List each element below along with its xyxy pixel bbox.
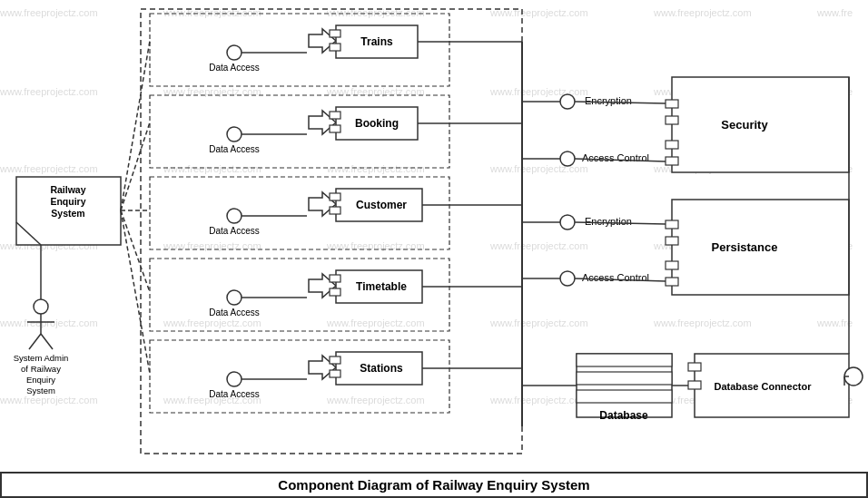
svg-point-67 <box>560 215 575 229</box>
encryption-1-label: Encryption <box>585 95 632 106</box>
trains-label: Trains <box>360 35 393 48</box>
diagram-title: Component Diagram of Railway Enquiry Sys… <box>278 477 589 493</box>
svg-rect-72 <box>666 278 678 286</box>
encryption-2-label: Encryption <box>585 216 632 227</box>
svg-rect-59 <box>666 116 678 124</box>
svg-point-14 <box>227 45 242 60</box>
svg-point-21 <box>227 127 242 142</box>
data-access-3-label: Data Access <box>209 226 260 236</box>
svg-rect-60 <box>666 141 678 149</box>
customer-label: Customer <box>356 199 407 211</box>
svg-line-5 <box>41 334 53 349</box>
data-access-2-label: Data Access <box>209 144 260 154</box>
data-access-5-label: Data Access <box>209 389 260 399</box>
svg-rect-78 <box>577 354 672 366</box>
svg-rect-19 <box>330 112 340 119</box>
svg-point-68 <box>560 271 575 286</box>
svg-point-28 <box>227 209 242 223</box>
svg-rect-83 <box>688 381 701 389</box>
booking-label: Booking <box>355 117 399 130</box>
svg-rect-34 <box>330 288 340 296</box>
svg-rect-79 <box>577 372 672 385</box>
svg-rect-40 <box>330 356 340 364</box>
system-admin-label3: Enquiry <box>26 375 55 385</box>
system-admin-label4: System <box>26 386 55 395</box>
svg-point-35 <box>227 290 242 305</box>
svg-rect-12 <box>330 30 340 37</box>
svg-point-57 <box>560 151 575 166</box>
svg-rect-41 <box>330 370 340 377</box>
svg-rect-69 <box>666 220 678 229</box>
stations-label: Stations <box>360 362 403 375</box>
svg-point-42 <box>227 372 242 386</box>
diagram-area: www.freeprojectz.com www.freeprojectz.co… <box>0 0 868 472</box>
svg-point-56 <box>560 94 575 109</box>
svg-line-4 <box>29 334 41 349</box>
svg-rect-58 <box>666 100 678 108</box>
railway-enquiry-system-label3: System <box>51 208 84 219</box>
data-access-4-label: Data Access <box>209 308 260 317</box>
access-control-1-label: Access Control <box>582 152 649 163</box>
svg-rect-27 <box>330 207 340 214</box>
database-connector-label: Database Connector <box>715 381 813 392</box>
system-admin-label: System Admin <box>14 353 69 363</box>
railway-enquiry-system-label2: Enquiry <box>50 196 85 207</box>
access-control-2-label: Access Control <box>582 272 649 283</box>
svg-line-48 <box>121 210 150 374</box>
component-diagram: Railway Enquiry System System Admin of R… <box>0 0 868 472</box>
caption-bar: Component Diagram of Railway Enquiry Sys… <box>0 472 868 498</box>
persistance-label: Persistance <box>712 240 778 254</box>
svg-rect-71 <box>666 261 678 269</box>
timetable-label: Timetable <box>356 280 407 293</box>
data-access-1-label: Data Access <box>209 63 260 73</box>
svg-line-45 <box>121 122 150 210</box>
svg-rect-33 <box>330 275 340 282</box>
svg-rect-80 <box>577 390 672 403</box>
system-admin-label2: of Railway <box>21 364 61 374</box>
svg-rect-61 <box>666 157 678 165</box>
svg-rect-82 <box>688 363 701 371</box>
railway-enquiry-system-label: Railway <box>50 184 85 195</box>
svg-point-1 <box>34 299 48 314</box>
security-label: Security <box>721 118 768 132</box>
svg-line-47 <box>121 210 150 292</box>
svg-rect-13 <box>330 44 340 51</box>
svg-line-44 <box>121 41 150 210</box>
svg-rect-70 <box>666 237 678 245</box>
database-label: Database <box>599 409 648 422</box>
svg-rect-8 <box>141 9 522 454</box>
svg-rect-20 <box>330 125 340 132</box>
svg-rect-26 <box>330 193 340 200</box>
